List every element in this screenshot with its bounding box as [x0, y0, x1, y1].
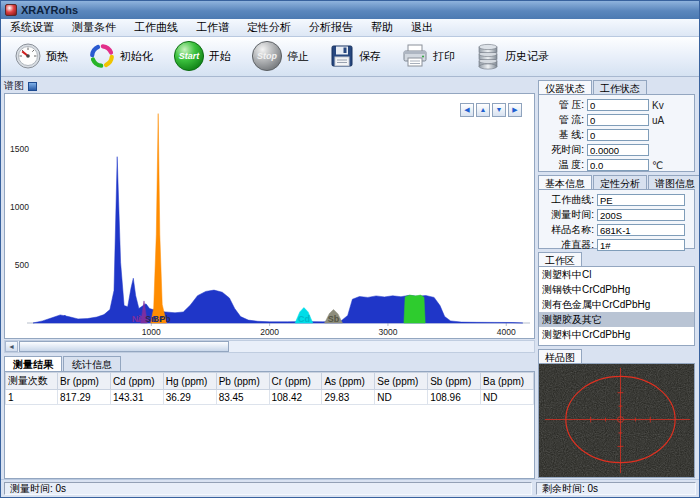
spectrum-panel: 谱图 1000 2000 3000 400050010001500ClCrNiA… [1, 77, 536, 479]
chart-mini-icon [28, 82, 37, 91]
refresh-icon [88, 42, 116, 72]
app-window: XRAYRohs 系统设置测量条件工作曲线工作谱定性分析分析报告帮助退出 预热 … [0, 0, 700, 498]
spectrum-chart[interactable]: 1000 2000 3000 400050010001500ClCrNiAsSn… [4, 93, 535, 339]
menu-item-6[interactable]: 帮助 [362, 19, 402, 36]
status-field-label-2: 基 线: [542, 128, 584, 142]
save-button[interactable]: 保存 [324, 40, 386, 74]
workspace-list: 测塑料中Cl测钢铁中CrCdPbHg测有色金属中CrCdPbHg测塑胶及其它测塑… [538, 266, 695, 346]
status-field-input-4[interactable] [587, 159, 649, 171]
col-header-3[interactable]: Hg (ppm) [163, 373, 216, 390]
table-cell: ND [481, 390, 534, 405]
table-row-0[interactable]: 1817.29143.3136.2983.45108.4229.83ND108.… [6, 390, 534, 405]
col-header-9[interactable]: Ba (ppm) [481, 373, 534, 390]
status-field-input-1[interactable] [587, 114, 649, 126]
sample-image [538, 363, 695, 478]
chart-hscrollbar[interactable]: ◄ [4, 340, 535, 353]
svg-text:Ba: Ba [406, 314, 418, 324]
workspace-item-4[interactable]: 测塑料中CrCdPbHg [539, 327, 694, 342]
table-cell: 817.29 [58, 390, 111, 405]
status-field-unit-0: Kv [652, 100, 664, 111]
chart-nav-button-2[interactable]: ▼ [492, 103, 506, 117]
print-icon [401, 43, 429, 69]
preheat-button[interactable]: 预热 [9, 39, 73, 75]
info-field-input-2[interactable] [597, 224, 685, 236]
workspace-item-0[interactable]: 测塑料中Cl [539, 267, 694, 282]
tab-instrument-status-0[interactable]: 仪器状态 [538, 80, 592, 94]
init-button[interactable]: 初始化 [83, 39, 158, 75]
scroll-thumb[interactable] [19, 341, 229, 352]
info-field-row-3: 准直器: [542, 238, 691, 252]
col-header-6[interactable]: As (ppm) [322, 373, 375, 390]
status-field-label-4: 温 度: [542, 158, 584, 172]
chart-nav-button-3[interactable]: ▶ [508, 103, 522, 117]
print-icon [401, 43, 429, 71]
status-field-input-3[interactable] [587, 144, 649, 156]
info-field-input-1[interactable] [597, 209, 685, 221]
table-cell: 1 [6, 390, 58, 405]
history-icon [475, 42, 501, 72]
workspace-tab-row: 工作区 [538, 251, 695, 266]
menu-item-7[interactable]: 退出 [402, 19, 442, 36]
side-panel: 仪器状态工作状态 管 压:Kv管 流:uA基 线:死时间:温 度:℃ 基本信息定… [536, 77, 699, 479]
menu-item-1[interactable]: 测量条件 [63, 19, 125, 36]
tab-basic-info-1[interactable]: 定性分析 [593, 175, 647, 189]
tab-basic-info-2[interactable]: 谱图信息 [648, 175, 699, 189]
initialize-icon [88, 42, 116, 70]
status-field-row-0: 管 压:Kv [542, 98, 691, 112]
col-header-7[interactable]: Se (ppm) [375, 373, 428, 390]
info-field-row-1: 测量时间: [542, 208, 691, 222]
gauge-icon [14, 42, 42, 72]
instrument-status-group: 管 压:Kv管 流:uA基 线:死时间:温 度:℃ [538, 94, 695, 172]
basic-info-group: 工作曲线:测量时间:样品名称:准直器: [538, 189, 695, 249]
svg-text:1000: 1000 [142, 327, 161, 337]
stop-button[interactable]: Stop停止 [246, 37, 314, 77]
workspace-item-2[interactable]: 测有色金属中CrCdPbHg [539, 297, 694, 312]
col-header-0[interactable]: 测量次数 [6, 373, 58, 390]
col-header-2[interactable]: Cd (ppm) [110, 373, 163, 390]
tab-workspace-0[interactable]: 工作区 [538, 252, 582, 266]
scroll-left-icon[interactable]: ◄ [5, 341, 18, 352]
tab-results-1[interactable]: 统计信息 [63, 356, 121, 371]
chart-nav-button-1[interactable]: ▲ [476, 103, 490, 117]
col-header-1[interactable]: Br (ppm) [58, 373, 111, 390]
menu-item-3[interactable]: 工作谱 [187, 19, 238, 36]
info-field-label-2: 样品名称: [542, 223, 594, 237]
col-header-8[interactable]: Sb (ppm) [428, 373, 481, 390]
status-field-row-1: 管 流:uA [542, 113, 691, 127]
titlebar: XRAYRohs [1, 1, 699, 19]
workspace-item-3[interactable]: 测塑胶及其它 [539, 312, 694, 327]
col-header-4[interactable]: Pb (ppm) [216, 373, 269, 390]
gauge-icon [14, 42, 42, 70]
workspace-item-1[interactable]: 测钢铁中CrCdPbHg [539, 282, 694, 297]
status-field-input-2[interactable] [587, 129, 649, 141]
sample-reticle [539, 364, 694, 477]
status-field-input-0[interactable] [587, 99, 649, 111]
stop-label: 停止 [287, 49, 309, 64]
col-header-5[interactable]: Cr (ppm) [269, 373, 322, 390]
menu-item-5[interactable]: 分析报告 [300, 19, 362, 36]
status-field-row-4: 温 度:℃ [542, 158, 691, 172]
window-title: XRAYRohs [21, 4, 78, 16]
status-field-label-0: 管 压: [542, 98, 584, 112]
menu-item-0[interactable]: 系统设置 [1, 19, 63, 36]
app-icon [5, 4, 17, 16]
history-button[interactable]: 历史记录 [470, 39, 554, 75]
start-button[interactable]: Start开始 [168, 37, 236, 77]
tab-sample-image[interactable]: 样品图 [538, 349, 582, 363]
table-cell: 36.29 [163, 390, 216, 405]
menu-item-4[interactable]: 定性分析 [238, 19, 300, 36]
svg-text:1500: 1500 [10, 144, 29, 154]
toolbar: 预热 初始化 Start开始 Stop停止 保存 打印 历史记 [1, 37, 699, 77]
info-field-input-3[interactable] [597, 239, 685, 251]
tab-instrument-status-1[interactable]: 工作状态 [593, 80, 647, 94]
sample-tab-row: 样品图 [538, 348, 695, 363]
info-field-label-0: 工作曲线: [542, 193, 594, 207]
tab-basic-info-0[interactable]: 基本信息 [538, 175, 592, 189]
tab-results-0[interactable]: 测量结果 [4, 356, 62, 371]
table-cell: 29.83 [322, 390, 375, 405]
menubar: 系统设置测量条件工作曲线工作谱定性分析分析报告帮助退出 [1, 19, 699, 37]
print-button[interactable]: 打印 [396, 40, 460, 74]
menu-item-2[interactable]: 工作曲线 [125, 19, 187, 36]
info-field-input-0[interactable] [597, 194, 685, 206]
chart-nav-button-0[interactable]: ◀ [460, 103, 474, 117]
